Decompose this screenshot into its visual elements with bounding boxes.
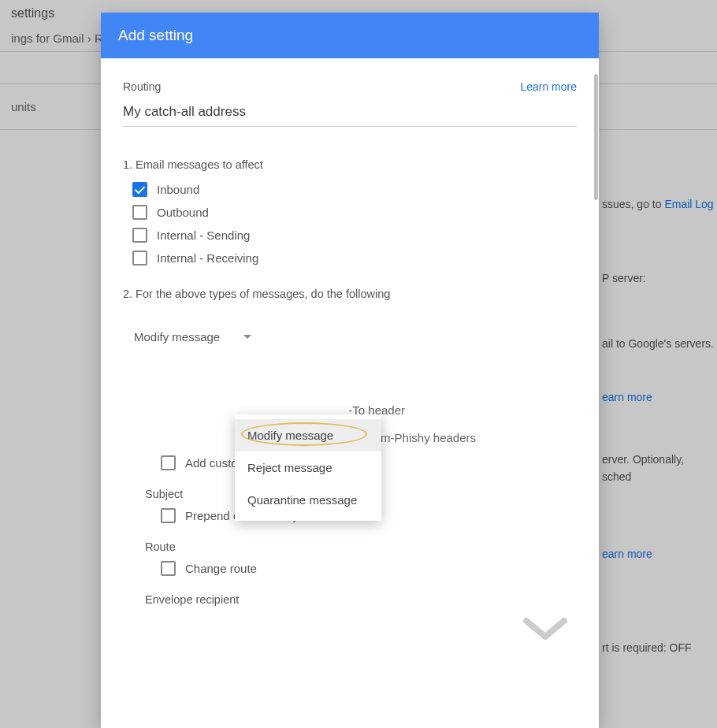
checkbox-icon xyxy=(132,251,147,266)
modal-body: Routing Learn more 1. Email messages to … xyxy=(101,58,599,728)
text-fragment: P server: xyxy=(599,263,717,293)
chevron-down-icon xyxy=(523,618,567,648)
checkbox-change-route[interactable]: Change route xyxy=(161,561,577,576)
checkbox-internal-receiving[interactable]: Internal - Receiving xyxy=(132,251,577,266)
modal-title: Add setting xyxy=(101,13,599,58)
setting-name-input[interactable] xyxy=(123,101,577,127)
dropdown-selected-label: Modify message xyxy=(134,330,220,344)
checkbox-icon xyxy=(161,455,176,470)
checkbox-label: Internal - Receiving xyxy=(157,251,258,265)
learn-more-link[interactable]: earn more xyxy=(602,548,652,560)
checkbox-label: Inbound xyxy=(157,183,199,196)
breadcrumb-sep: › xyxy=(87,32,91,45)
menu-item-modify-message[interactable]: Modify message xyxy=(235,419,381,451)
checkbox-label: Outbound xyxy=(157,206,209,219)
checkbox-outbound[interactable]: Outbound xyxy=(132,205,577,220)
menu-item-label: Reject message xyxy=(247,461,332,474)
add-setting-modal: Add setting Routing Learn more 1. Email … xyxy=(101,13,599,728)
checkbox-icon xyxy=(132,182,147,197)
text-fragment: erver. Optionally, sched xyxy=(599,444,717,492)
routing-label: Routing xyxy=(123,80,161,93)
menu-item-label: Quarantine message xyxy=(247,493,357,507)
menu-item-quarantine-message[interactable]: Quarantine message xyxy=(235,484,381,516)
checkbox-icon xyxy=(161,508,176,523)
email-log-link[interactable]: Email Log xyxy=(664,198,713,210)
checkbox-icon xyxy=(132,205,147,220)
route-group-label: Route xyxy=(145,540,577,553)
checkbox-label: Internal - Sending xyxy=(157,228,250,242)
action-dropdown-menu: Modify message Reject message Quarantine… xyxy=(235,414,381,521)
checkbox-icon xyxy=(132,228,147,243)
checkbox-label: Change route xyxy=(185,562,257,575)
section-1-title: 1. Email messages to affect xyxy=(123,158,577,171)
text-fragment: rt is required: OFF xyxy=(599,633,717,663)
action-dropdown[interactable]: Modify message xyxy=(132,325,253,348)
menu-item-reject-message[interactable]: Reject message xyxy=(235,451,381,484)
envelope-group-label: Envelope recipient xyxy=(145,593,577,606)
checkbox-internal-sending[interactable]: Internal - Sending xyxy=(132,228,577,243)
learn-more-link[interactable]: Learn more xyxy=(520,80,577,93)
text-fragment: ssues, go to xyxy=(602,198,664,210)
checkbox-icon xyxy=(161,561,176,576)
text-fragment: ail to Google's servers. xyxy=(599,329,717,358)
checkbox-inbound[interactable]: Inbound xyxy=(132,182,577,197)
right-panel-fragments: ssues, go to Email Log P server: ail to … xyxy=(599,189,717,663)
chevron-down-icon xyxy=(243,335,251,339)
learn-more-link[interactable]: earn more xyxy=(602,391,652,403)
section-2-title: 2. For the above types of messages, do t… xyxy=(123,288,577,300)
menu-item-label: Modify message xyxy=(247,429,333,442)
breadcrumb-part: ings for Gmail xyxy=(11,32,84,45)
